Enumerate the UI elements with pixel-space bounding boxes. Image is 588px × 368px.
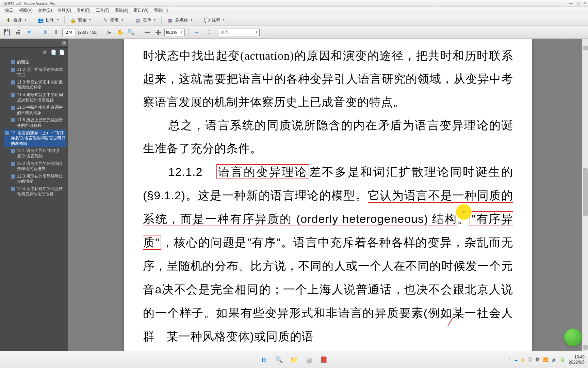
find-input[interactable]: 查找▼ bbox=[219, 29, 260, 36]
bookmark-icon bbox=[11, 187, 16, 191]
pen-icon: ✎ bbox=[102, 17, 109, 24]
bookmark-icon bbox=[5, 131, 10, 136]
menu-window[interactable]: 窗口(W) bbox=[131, 7, 151, 13]
lock-icon: 🔒 bbox=[70, 17, 77, 24]
menu-view[interactable]: 视图(V) bbox=[16, 7, 35, 13]
maximize-button[interactable]: ▢ bbox=[574, 0, 581, 7]
wifi-icon[interactable]: 📶 bbox=[543, 357, 548, 362]
bookmark-icon bbox=[11, 80, 16, 85]
page-input[interactable] bbox=[62, 29, 76, 36]
bookmark-item-active[interactable]: 12. 语言的变异（上）："有序异质"的语言理论和语言史研究的新领域 bbox=[4, 129, 66, 148]
menu-forms[interactable]: 表单(R) bbox=[74, 7, 93, 13]
bookmark-icon bbox=[11, 105, 16, 110]
ime-mode[interactable]: 拼 bbox=[536, 357, 540, 363]
menu-comments[interactable]: 注释(C) bbox=[55, 7, 74, 13]
document-area[interactable]: 时状态中找出起变(actuation)的原因和演变的途径，把共时和历时联系起来，… bbox=[68, 39, 588, 351]
bookmark-item[interactable]: 11.2 词汇扩散理论的基本特点 bbox=[10, 66, 66, 79]
menu-advanced[interactable]: 高级(A) bbox=[112, 7, 131, 13]
minimize-button[interactable]: — bbox=[568, 0, 574, 7]
menu-bar: 辑(E) 视图(V) 文档(D) 注释(C) 表单(R) 工具(T) 高级(A)… bbox=[0, 7, 588, 14]
bookmark-item[interactable]: 12.4 无序和有序的相互转化与变异理论的改进 bbox=[10, 185, 66, 198]
explorer-icon[interactable]: 📁 bbox=[289, 355, 299, 365]
onedrive-icon[interactable]: ☁ bbox=[514, 357, 518, 362]
bookmark-item[interactable]: 11.5 中断的变化和音系中的不规则现象 bbox=[10, 104, 66, 117]
next-page-icon[interactable]: ⬇ bbox=[51, 28, 60, 37]
panel-header: ◄ bbox=[0, 39, 68, 48]
bookmark-icon bbox=[11, 118, 16, 123]
fit-width-icon[interactable]: ↔ bbox=[192, 28, 201, 37]
prev-page-icon[interactable]: ⬆ bbox=[40, 28, 49, 37]
chevron-up-icon[interactable]: ˄ bbox=[508, 357, 510, 362]
volume-icon[interactable]: 🔊 bbox=[552, 357, 557, 362]
sign-button[interactable]: ✎签名▼ bbox=[100, 16, 126, 25]
bookmark-item[interactable]: 的诞生 bbox=[10, 59, 66, 66]
floating-action-button[interactable] bbox=[564, 328, 582, 346]
zoom-in-icon[interactable]: ➕ bbox=[153, 28, 162, 37]
clock[interactable]: 18:49 2022/6/5 bbox=[569, 355, 585, 365]
search-icon[interactable]: 🔍 bbox=[274, 355, 284, 365]
scroll-up-button[interactable] bbox=[583, 46, 588, 50]
menu-tools[interactable]: 工具(T) bbox=[93, 7, 112, 13]
text-select-icon[interactable]: I▸ bbox=[105, 28, 114, 37]
tray-app-icon[interactable]: ◐ bbox=[521, 357, 525, 362]
scrollbar[interactable] bbox=[582, 39, 588, 351]
bookmark-item[interactable]: 11.6 历史上已经完成的音变的扩散解释 bbox=[10, 117, 66, 129]
bookmark-icon bbox=[11, 93, 16, 97]
trash-icon[interactable]: 🗑 bbox=[43, 49, 49, 56]
hand-icon[interactable]: ✋ bbox=[116, 28, 125, 37]
collapse-icon[interactable]: ◄ bbox=[62, 41, 66, 45]
bookmark-icon bbox=[11, 174, 16, 179]
bookmark-item[interactable]: 12.3 用现在的变异解释过去的演变 bbox=[10, 173, 66, 185]
multimedia-button[interactable]: ▦多媒体▼ bbox=[164, 16, 195, 25]
bookmark-item[interactable]: 11.3 音变在词汇中的扩散和离散式音变 bbox=[10, 79, 66, 91]
zoom-out-icon[interactable]: ➖ bbox=[143, 28, 151, 37]
fit-page-icon[interactable]: ⛶ bbox=[203, 28, 212, 37]
form-icon: ▤ bbox=[134, 17, 141, 24]
email-icon[interactable]: 📧 bbox=[24, 28, 33, 37]
merge-button[interactable]: ✚合并▼ bbox=[3, 16, 29, 25]
window-title: -徐通锵.pdf - Adobe Acrobat Pro bbox=[2, 1, 55, 5]
start-icon[interactable]: ⊞ bbox=[259, 355, 269, 365]
comment-button[interactable]: 💬注释▼ bbox=[201, 16, 228, 25]
marquee-zoom-icon[interactable]: 🔍 bbox=[127, 28, 135, 37]
menu-edit[interactable]: 辑(E) bbox=[1, 7, 16, 13]
bookmark-panel: ◄ 🗑 📑 📄 的诞生 11.2 词汇扩散理论的基本特点 11.3 音变在词汇中… bbox=[0, 39, 68, 351]
ime-lang[interactable]: 英 bbox=[528, 357, 532, 363]
menu-document[interactable]: 文档(D) bbox=[35, 7, 55, 13]
scroll-thumb[interactable] bbox=[583, 168, 588, 216]
collab-button[interactable]: 👥协作▼ bbox=[35, 16, 62, 25]
paragraph: 时状态中找出起变(actuation)的原因和演变的途径，把共时和历时联系起来，… bbox=[143, 44, 513, 114]
acrobat-icon[interactable]: 📕 bbox=[319, 355, 329, 365]
close-button[interactable]: ✕ bbox=[581, 0, 588, 7]
page-total: (283 / 450) bbox=[78, 30, 98, 35]
zoom-select[interactable]: 65.2%▼ bbox=[164, 29, 185, 36]
scroll-down-button[interactable] bbox=[583, 345, 588, 350]
bookmark-item[interactable]: 12.2 语言变异的研究和音变理论的新进展 bbox=[10, 160, 66, 173]
window-controls: — ▢ ✕ bbox=[568, 0, 588, 7]
bookmark-icon bbox=[11, 149, 16, 153]
bookmark-icon bbox=[11, 67, 16, 72]
bookmark-item[interactable]: 11.4 离散式音变中的时间层次和它的演变规律 bbox=[10, 91, 66, 104]
secure-button[interactable]: 🔒安全▼ bbox=[67, 16, 94, 25]
bubble-icon: 💬 bbox=[203, 17, 210, 24]
taskbar: ⊞ 🔍 📁 ▤ 📕 ˄ ☁ ◐ 英 拼 📶 🔊 🔋 18:49 2022/6/5 bbox=[0, 351, 588, 368]
battery-icon[interactable]: 🔋 bbox=[560, 357, 565, 362]
people-icon: 👥 bbox=[37, 17, 44, 24]
paragraph: 12.1.2 语言的变异理论差不多是和词汇扩散理论同时诞生的(§9.1.2)。这… bbox=[143, 160, 513, 348]
forms-button[interactable]: ▤表单▼ bbox=[132, 16, 159, 25]
new-bookmark-icon[interactable]: 📑 bbox=[51, 49, 57, 56]
cursor-highlight: ✧ bbox=[456, 204, 472, 220]
menu-help[interactable]: 帮助(H) bbox=[151, 7, 171, 13]
main-toolbar: ✚合并▼ 👥协作▼ 🔒安全▼ ✎签名▼ ▤表单▼ ▦多媒体▼ 💬注释▼ bbox=[0, 14, 588, 26]
bookmark-list: 的诞生 11.2 词汇扩散理论的基本特点 11.3 音变在词汇中的扩散和离散式音… bbox=[0, 57, 68, 351]
paragraph: 总之，语言系统的同质说所隐含的内在矛盾为语言变异理论的诞生准备了充分的条件。 bbox=[143, 114, 513, 160]
highlighted-term: 语言的变异理论 bbox=[216, 164, 309, 179]
app-icon[interactable]: ▤ bbox=[304, 355, 314, 365]
print-icon[interactable]: 🖨 bbox=[14, 28, 22, 37]
bookmark-item[interactable]: 12.1 语言变异和"有序异质"的语言理论 bbox=[10, 147, 66, 160]
options-icon[interactable]: 📄 bbox=[59, 49, 65, 56]
system-tray: ˄ ☁ ◐ 英 拼 📶 🔊 🔋 18:49 2022/6/5 bbox=[508, 355, 585, 365]
plus-icon: ✚ bbox=[5, 17, 12, 24]
save-icon[interactable]: 💾 bbox=[3, 28, 12, 37]
pdf-page: 时状态中找出起变(actuation)的原因和演变的途径，把共时和历时联系起来，… bbox=[124, 39, 532, 351]
